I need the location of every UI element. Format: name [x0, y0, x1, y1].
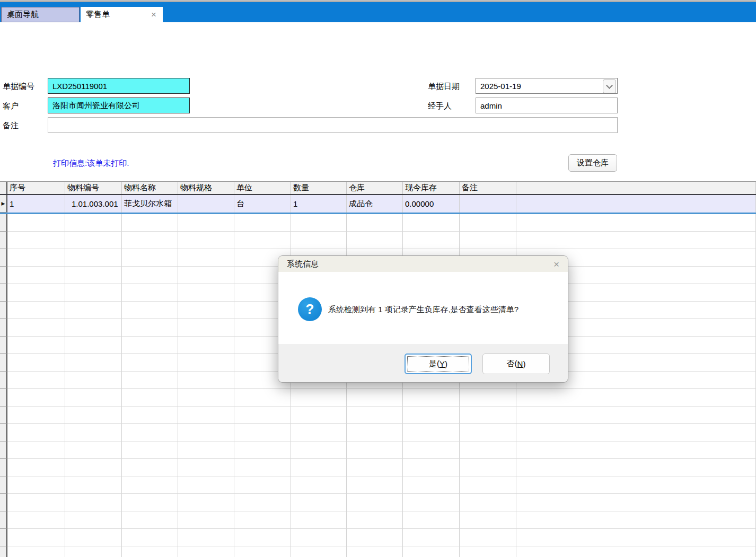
dialog-title: 系统信息	[287, 259, 319, 269]
dialog-title-bar[interactable]: 系统信息 ×	[278, 256, 568, 272]
customer-label: 客户	[3, 101, 19, 111]
row-marker-cell	[0, 214, 7, 232]
empty-cell	[347, 494, 403, 511]
empty-table-row[interactable]	[0, 214, 756, 232]
cell-col-6: 1	[291, 195, 347, 213]
empty-cell	[291, 232, 347, 249]
empty-cell	[7, 337, 65, 353]
empty-table-row[interactable]	[0, 476, 756, 494]
remark-field[interactable]	[48, 117, 618, 133]
dialog-close-icon[interactable]: ×	[553, 259, 559, 269]
empty-cell	[178, 232, 234, 249]
grid-header-row[interactable]: 序号物料编号物料名称物料规格单位数量仓库现今库存备注	[0, 182, 756, 195]
empty-cell	[65, 337, 122, 353]
empty-cell	[234, 406, 291, 423]
column-header-8: 现今库存	[403, 182, 460, 194]
empty-cell	[7, 232, 65, 249]
customer-field[interactable]: 洛阳市闻州瓷业有限公司	[48, 98, 190, 113]
empty-cell	[7, 302, 65, 319]
empty-cell	[7, 249, 65, 266]
empty-table-row[interactable]	[0, 546, 756, 557]
empty-cell	[65, 406, 122, 423]
row-marker-cell	[0, 372, 7, 389]
cell-col-8: 0.00000	[403, 195, 460, 213]
empty-cell	[291, 214, 347, 231]
print-status-text: 打印信息:该单未打印.	[53, 158, 129, 169]
no-button-label: 否(	[507, 359, 517, 369]
row-marker-cell	[0, 284, 7, 302]
set-warehouse-button-label: 设置仓库	[577, 158, 609, 168]
empty-table-row[interactable]	[0, 389, 756, 406]
cell-col-9	[460, 195, 516, 213]
empty-cell	[460, 232, 516, 249]
empty-cell	[178, 494, 234, 511]
empty-table-row[interactable]	[0, 529, 756, 546]
current-row-arrow-icon: ▶	[2, 201, 5, 206]
empty-cell	[65, 249, 122, 266]
empty-cell	[460, 476, 516, 493]
yes-button[interactable]: 是(Y)	[405, 353, 472, 374]
yes-button-label: 是(	[429, 359, 439, 369]
set-warehouse-button[interactable]: 设置仓库	[568, 154, 617, 172]
empty-cell	[65, 214, 122, 231]
row-marker-cell: ▶	[0, 195, 7, 213]
empty-cell	[403, 406, 460, 423]
empty-cell	[122, 476, 178, 493]
empty-cell	[347, 424, 403, 441]
empty-cell	[516, 232, 756, 249]
empty-cell	[403, 214, 460, 231]
row-marker-cell	[0, 249, 7, 267]
tab-retail-order[interactable]: 零售单 ×	[81, 7, 163, 22]
empty-table-row[interactable]	[0, 459, 756, 476]
empty-cell	[65, 284, 122, 301]
empty-cell	[178, 476, 234, 493]
empty-table-row[interactable]	[0, 232, 756, 249]
empty-cell	[347, 232, 403, 249]
empty-cell	[7, 424, 65, 441]
empty-cell	[178, 319, 234, 336]
empty-table-row[interactable]	[0, 511, 756, 529]
handler-field[interactable]: admin	[476, 98, 618, 113]
date-dropdown-button[interactable]	[603, 79, 616, 93]
column-header-7: 仓库	[347, 182, 403, 194]
empty-cell	[65, 302, 122, 319]
column-header-9: 备注	[460, 182, 516, 194]
empty-cell	[122, 529, 178, 546]
empty-cell	[291, 494, 347, 511]
empty-cell	[65, 529, 122, 546]
date-value: 2025-01-19	[480, 82, 521, 91]
column-header-2: 物料编号	[65, 182, 122, 194]
empty-table-row[interactable]	[0, 494, 756, 511]
cell-col-7: 成品仓	[347, 195, 403, 213]
date-combobox[interactable]: 2025-01-19	[476, 78, 618, 94]
empty-cell	[291, 511, 347, 528]
empty-cell	[65, 424, 122, 441]
empty-cell	[178, 424, 234, 441]
yes-button-suffix: )	[445, 359, 447, 368]
empty-cell	[7, 546, 65, 557]
empty-cell	[234, 529, 291, 546]
empty-cell	[403, 546, 460, 557]
empty-cell	[403, 494, 460, 511]
empty-cell	[122, 511, 178, 528]
tab-desktop-navigation[interactable]: 桌面导航	[1, 7, 80, 22]
table-row[interactable]: ▶11.01.003.001菲戈贝尔水箱台1成品仓0.00000	[0, 195, 756, 214]
empty-table-row[interactable]	[0, 441, 756, 459]
empty-table-row[interactable]	[0, 406, 756, 424]
row-marker-cell	[0, 337, 7, 354]
row-marker-header-cell	[0, 182, 7, 194]
empty-cell	[403, 441, 460, 458]
empty-table-row[interactable]	[0, 424, 756, 441]
empty-cell	[7, 319, 65, 336]
doc-no-field[interactable]: LXD250119001	[48, 78, 190, 94]
empty-cell	[122, 494, 178, 511]
empty-cell	[122, 424, 178, 441]
empty-cell	[234, 494, 291, 511]
empty-cell	[516, 494, 756, 511]
tab-close-icon[interactable]: ×	[150, 10, 157, 19]
doc-no-value: LXD250119001	[52, 82, 107, 91]
empty-cell	[7, 511, 65, 528]
no-button[interactable]: 否(N)	[482, 353, 550, 374]
empty-cell	[460, 441, 516, 458]
row-marker-cell	[0, 354, 7, 372]
